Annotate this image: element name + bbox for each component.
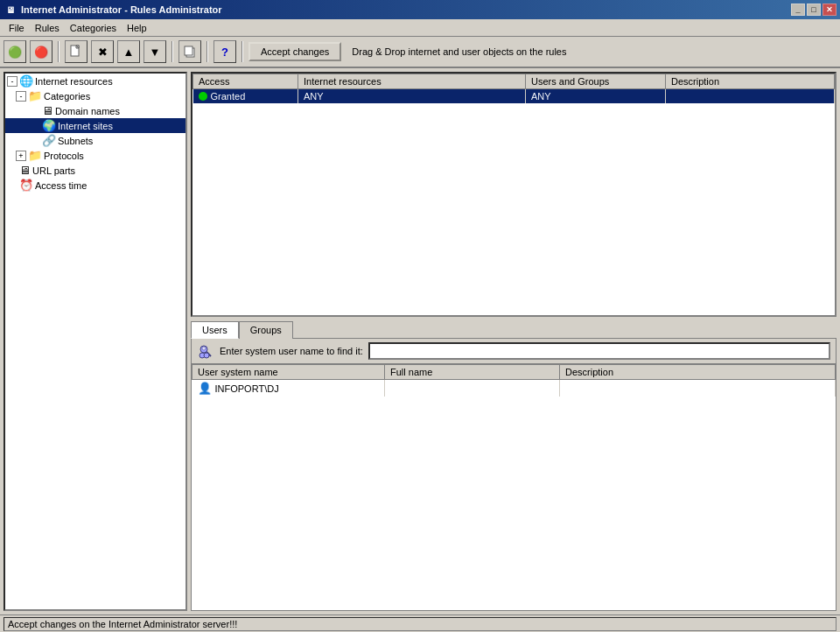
- tree-root-label: Internet resources: [35, 76, 113, 87]
- col-internet-resources: Internet resources: [298, 74, 526, 89]
- tree-item-domain-names[interactable]: 🖥 Domain names: [5, 103, 186, 118]
- rules-table-container: Access Internet resources Users and Grou…: [191, 72, 836, 317]
- tabs-bar: Users Groups: [191, 320, 836, 338]
- toolbar-separator-3: [206, 41, 208, 62]
- tree-expander-root[interactable]: -: [7, 76, 18, 87]
- green-toggle-button[interactable]: 🟢: [4, 40, 26, 63]
- access-value: Granted: [211, 91, 246, 102]
- search-users-icon: [197, 342, 214, 360]
- col-full-name: Full name: [385, 365, 560, 380]
- user-system-name-value: INFOPORT\DJ: [215, 383, 279, 394]
- tree-protocols-label: Protocols: [44, 151, 84, 161]
- title-bar: 🖥 Internet Administrator - Rules Adminis…: [0, 0, 840, 19]
- tree-categories-label: Categories: [44, 91, 90, 102]
- toolbar-separator-1: [58, 41, 60, 62]
- subnets-icon: 🔗: [42, 134, 56, 147]
- toolbar-separator-2: [172, 41, 173, 62]
- move-down-button[interactable]: ▼: [144, 40, 166, 63]
- window-title: Internet Administrator - Rules Administr…: [21, 4, 222, 15]
- user-row[interactable]: 👤 INFOPORT\DJ: [192, 380, 836, 397]
- status-bar: Accept changes on the Internet Administr…: [0, 614, 840, 632]
- tab-users[interactable]: Users: [191, 321, 239, 339]
- search-row: Enter system user name to find it:: [192, 339, 836, 364]
- svg-point-9: [204, 353, 209, 358]
- menu-categories[interactable]: Categories: [65, 21, 122, 35]
- tree-internet-sites-label: Internet sites: [58, 121, 113, 131]
- toolbar: 🟢 🔴 ✖ ▲ ▼ ? Accept changes Drag & Drop i…: [0, 37, 840, 68]
- tree-subnets-label: Subnets: [58, 136, 93, 146]
- col-description: Description: [560, 365, 836, 380]
- delete-button[interactable]: ✖: [91, 40, 114, 63]
- tree-access-time-label: Access time: [35, 180, 87, 191]
- bottom-area: Users Groups Enter system u: [191, 320, 836, 611]
- tree-item-subnets[interactable]: 🔗 Subnets: [5, 133, 186, 148]
- user-full-name-cell: [385, 380, 560, 397]
- tree-root-internet-resources[interactable]: - 🌐 Internet resources: [5, 74, 186, 88]
- tab-content-users: Enter system user name to find it: User …: [191, 338, 836, 611]
- col-users-groups: Users and Groups: [526, 74, 666, 89]
- access-time-icon: ⏰: [19, 179, 33, 192]
- new-button[interactable]: [65, 40, 88, 63]
- copy-button[interactable]: [178, 40, 201, 63]
- table-row[interactable]: Granted ANY ANY: [193, 89, 835, 104]
- tree-item-protocols[interactable]: + 📁 Protocols: [5, 148, 186, 163]
- move-up-button[interactable]: ▲: [117, 40, 140, 63]
- internet-resources-icon: 🌐: [19, 74, 33, 88]
- close-button[interactable]: ✕: [822, 4, 836, 16]
- protocols-icon: 📁: [28, 149, 42, 162]
- main-content: - 🌐 Internet resources - 📁 Categories 🖥 …: [0, 68, 840, 614]
- help-button[interactable]: ?: [214, 40, 236, 63]
- search-label: Enter system user name to find it:: [220, 346, 363, 356]
- status-text: Accept changes on the Internet Administr…: [8, 619, 237, 629]
- domain-names-icon: 🖥: [42, 104, 53, 117]
- menu-help[interactable]: Help: [122, 21, 152, 35]
- accept-changes-button[interactable]: Accept changes: [248, 42, 341, 61]
- users-table-container: User system name Full name Description 👤…: [192, 364, 836, 610]
- categories-icon: 📁: [28, 89, 42, 102]
- tree-item-internet-sites[interactable]: 🌍 Internet sites: [5, 118, 186, 133]
- tree-panel: - 🌐 Internet resources - 📁 Categories 🖥 …: [4, 72, 187, 611]
- url-parts-icon: 🖥: [19, 164, 31, 177]
- status-dot: [199, 92, 207, 101]
- menu-file[interactable]: File: [4, 21, 30, 35]
- svg-point-6: [202, 347, 206, 350]
- svg-rect-4: [185, 46, 192, 55]
- col-description: Description: [666, 74, 835, 89]
- maximize-button[interactable]: □: [807, 4, 821, 16]
- drag-drop-hint: Drag & Drop internet and user objects on…: [352, 46, 566, 57]
- internet-resources-cell: ANY: [298, 89, 526, 104]
- users-groups-cell: ANY: [526, 89, 666, 104]
- access-cell: Granted: [193, 89, 298, 104]
- user-system-name-cell: 👤 INFOPORT\DJ: [192, 380, 385, 397]
- right-panel: Access Internet resources Users and Grou…: [191, 72, 836, 611]
- users-table: User system name Full name Description 👤…: [192, 364, 836, 397]
- menu-bar: File Rules Categories Help: [0, 19, 840, 37]
- app-icon: 🖥: [4, 3, 18, 17]
- minimize-button[interactable]: _: [791, 4, 805, 16]
- tree-item-url-parts[interactable]: 🖥 URL parts: [5, 163, 186, 178]
- tree-domain-names-label: Domain names: [55, 106, 120, 116]
- menu-rules[interactable]: Rules: [30, 21, 65, 35]
- tree-expander-categories[interactable]: -: [16, 91, 26, 102]
- tree-item-access-time[interactable]: ⏰ Access time: [5, 178, 186, 193]
- col-user-system-name: User system name: [192, 365, 385, 380]
- user-description-cell: [560, 380, 836, 397]
- col-access: Access: [193, 74, 298, 89]
- red-toggle-button[interactable]: 🔴: [30, 40, 52, 63]
- tree-item-categories[interactable]: - 📁 Categories: [5, 88, 186, 103]
- internet-sites-icon: 🌍: [42, 119, 56, 132]
- tree-expander-protocols[interactable]: +: [16, 151, 26, 161]
- tree-url-parts-label: URL parts: [32, 165, 75, 176]
- search-input[interactable]: [368, 342, 830, 360]
- toolbar-separator-4: [242, 41, 243, 62]
- description-cell: [666, 89, 835, 104]
- tab-groups[interactable]: Groups: [239, 321, 293, 339]
- rules-table: Access Internet resources Users and Grou…: [192, 74, 835, 103]
- user-icon: 👤: [198, 382, 212, 395]
